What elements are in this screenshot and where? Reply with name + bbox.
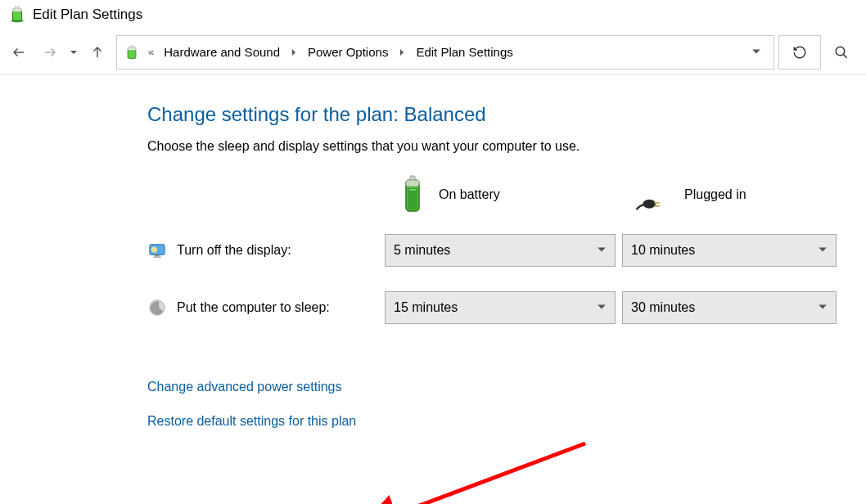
- sleep-battery-select[interactable]: 15 minutes: [385, 291, 616, 324]
- refresh-button[interactable]: [778, 35, 821, 70]
- forward-button[interactable]: [34, 37, 65, 68]
- svg-point-14: [643, 200, 656, 209]
- column-header-plugged-label: Plugged in: [684, 187, 746, 202]
- search-button[interactable]: [820, 35, 863, 70]
- battery-path-icon: [122, 43, 142, 62]
- plug-icon: [635, 185, 673, 205]
- battery-icon: [398, 175, 427, 214]
- svg-rect-8: [133, 45, 134, 47]
- column-header-battery: On battery: [385, 175, 622, 214]
- address-bar[interactable]: « Hardware and Sound Power Options Edit …: [116, 35, 774, 70]
- svg-rect-15: [654, 202, 659, 204]
- address-dropdown-chevron-icon[interactable]: [744, 45, 769, 59]
- svg-rect-4: [18, 6, 20, 8]
- svg-rect-6: [128, 47, 136, 50]
- svg-rect-16: [654, 205, 659, 207]
- monitor-icon: [147, 241, 167, 260]
- chevron-down-icon: [818, 300, 828, 315]
- annotation-arrow-icon: [372, 435, 602, 504]
- breadcrumb-edit-plan[interactable]: Edit Plan Settings: [413, 43, 516, 61]
- svg-rect-11: [406, 180, 419, 187]
- chevron-down-icon: [597, 300, 607, 315]
- chevron-down-icon: [818, 243, 828, 258]
- change-advanced-link[interactable]: Change advanced power settings: [147, 380, 866, 394]
- row-label-display: Turn off the display:: [147, 241, 385, 260]
- back-button[interactable]: [3, 37, 34, 68]
- chevron-right-icon[interactable]: [393, 45, 411, 59]
- breadcrumb-overflow-icon[interactable]: «: [143, 46, 159, 58]
- chevron-down-icon: [597, 243, 607, 258]
- svg-rect-13: [408, 188, 417, 209]
- up-button[interactable]: [82, 37, 113, 68]
- svg-line-22: [389, 443, 585, 504]
- window-title: Edit Plan Settings: [33, 7, 142, 23]
- svg-point-9: [836, 47, 845, 56]
- svg-rect-1: [13, 10, 22, 20]
- column-header-plugged: Plugged in: [622, 185, 843, 205]
- chevron-right-icon[interactable]: [285, 45, 303, 59]
- svg-rect-5: [128, 49, 136, 58]
- recent-locations-chevron-icon[interactable]: [65, 48, 82, 56]
- battery-app-icon: [8, 5, 26, 25]
- breadcrumb-power-options[interactable]: Power Options: [304, 43, 391, 61]
- display-battery-select[interactable]: 5 minutes: [385, 234, 616, 267]
- breadcrumb-hardware-sound[interactable]: Hardware and Sound: [160, 43, 283, 61]
- svg-point-20: [151, 246, 157, 252]
- sleep-plugged-select[interactable]: 30 minutes: [622, 291, 837, 324]
- svg-rect-12: [410, 176, 415, 180]
- moon-icon: [147, 298, 167, 317]
- svg-rect-19: [153, 256, 160, 258]
- display-plugged-select[interactable]: 10 minutes: [622, 234, 837, 267]
- page-subtext: Choose the sleep and display settings th…: [147, 139, 866, 154]
- restore-defaults-link[interactable]: Restore default settings for this plan: [147, 414, 866, 429]
- svg-rect-7: [130, 45, 132, 47]
- svg-rect-3: [15, 6, 16, 8]
- svg-rect-18: [155, 255, 160, 257]
- row-label-sleep: Put the computer to sleep:: [147, 298, 385, 317]
- svg-rect-2: [13, 8, 22, 11]
- column-header-battery-label: On battery: [439, 187, 500, 202]
- page-heading: Change settings for the plan: Balanced: [147, 103, 866, 126]
